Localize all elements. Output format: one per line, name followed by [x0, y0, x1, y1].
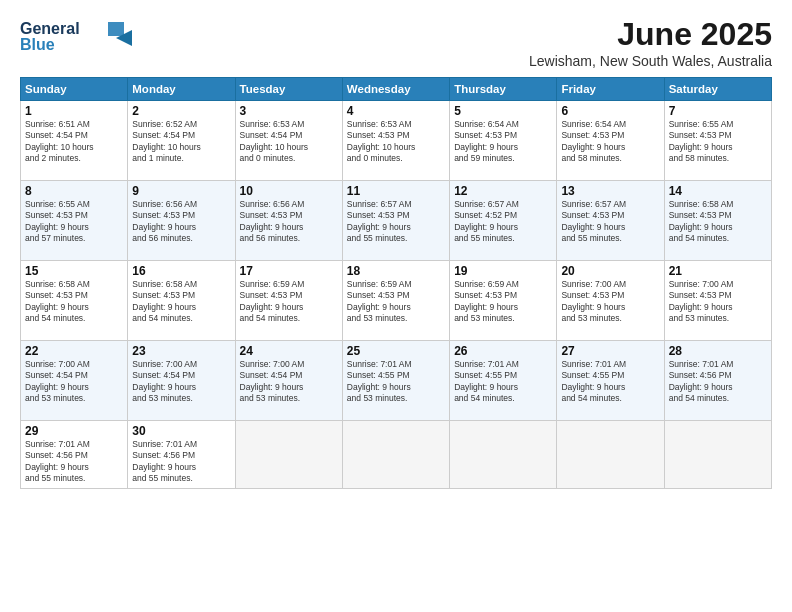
day-info: Sunrise: 6:54 AM Sunset: 4:53 PM Dayligh…: [454, 119, 552, 165]
day-info: Sunrise: 6:55 AM Sunset: 4:53 PM Dayligh…: [25, 199, 123, 245]
day-number: 11: [347, 184, 445, 198]
day-number: 5: [454, 104, 552, 118]
day-info: Sunrise: 6:59 AM Sunset: 4:53 PM Dayligh…: [240, 279, 338, 325]
day-info: Sunrise: 6:58 AM Sunset: 4:53 PM Dayligh…: [132, 279, 230, 325]
calendar-cell: 17Sunrise: 6:59 AM Sunset: 4:53 PM Dayli…: [235, 261, 342, 341]
calendar-cell: 22Sunrise: 7:00 AM Sunset: 4:54 PM Dayli…: [21, 341, 128, 421]
calendar-cell: [557, 421, 664, 489]
calendar-week-row: 29Sunrise: 7:01 AM Sunset: 4:56 PM Dayli…: [21, 421, 772, 489]
calendar-cell: 13Sunrise: 6:57 AM Sunset: 4:53 PM Dayli…: [557, 181, 664, 261]
day-number: 3: [240, 104, 338, 118]
calendar-cell: 9Sunrise: 6:56 AM Sunset: 4:53 PM Daylig…: [128, 181, 235, 261]
day-info: Sunrise: 7:01 AM Sunset: 4:56 PM Dayligh…: [25, 439, 123, 485]
calendar-cell: 1Sunrise: 6:51 AM Sunset: 4:54 PM Daylig…: [21, 101, 128, 181]
day-info: Sunrise: 6:54 AM Sunset: 4:53 PM Dayligh…: [561, 119, 659, 165]
calendar-cell: 19Sunrise: 6:59 AM Sunset: 4:53 PM Dayli…: [450, 261, 557, 341]
day-number: 24: [240, 344, 338, 358]
day-info: Sunrise: 6:59 AM Sunset: 4:53 PM Dayligh…: [454, 279, 552, 325]
calendar-cell: [450, 421, 557, 489]
month-title: June 2025: [529, 16, 772, 53]
day-number: 2: [132, 104, 230, 118]
day-number: 26: [454, 344, 552, 358]
day-number: 20: [561, 264, 659, 278]
calendar-cell: 21Sunrise: 7:00 AM Sunset: 4:53 PM Dayli…: [664, 261, 771, 341]
calendar-cell: 7Sunrise: 6:55 AM Sunset: 4:53 PM Daylig…: [664, 101, 771, 181]
calendar-cell: 4Sunrise: 6:53 AM Sunset: 4:53 PM Daylig…: [342, 101, 449, 181]
calendar-cell: 23Sunrise: 7:00 AM Sunset: 4:54 PM Dayli…: [128, 341, 235, 421]
day-info: Sunrise: 6:53 AM Sunset: 4:53 PM Dayligh…: [347, 119, 445, 165]
day-number: 9: [132, 184, 230, 198]
day-info: Sunrise: 7:00 AM Sunset: 4:54 PM Dayligh…: [132, 359, 230, 405]
day-info: Sunrise: 6:51 AM Sunset: 4:54 PM Dayligh…: [25, 119, 123, 165]
day-info: Sunrise: 7:00 AM Sunset: 4:54 PM Dayligh…: [25, 359, 123, 405]
day-number: 8: [25, 184, 123, 198]
col-header-thursday: Thursday: [450, 78, 557, 101]
calendar-cell: 29Sunrise: 7:01 AM Sunset: 4:56 PM Dayli…: [21, 421, 128, 489]
calendar-cell: 2Sunrise: 6:52 AM Sunset: 4:54 PM Daylig…: [128, 101, 235, 181]
col-header-sunday: Sunday: [21, 78, 128, 101]
calendar-cell: 3Sunrise: 6:53 AM Sunset: 4:54 PM Daylig…: [235, 101, 342, 181]
col-header-wednesday: Wednesday: [342, 78, 449, 101]
svg-text:Blue: Blue: [20, 36, 55, 53]
title-block: June 2025 Lewisham, New South Wales, Aus…: [529, 16, 772, 69]
day-info: Sunrise: 7:00 AM Sunset: 4:53 PM Dayligh…: [669, 279, 767, 325]
logo-text-block: General Blue: [20, 16, 140, 62]
day-info: Sunrise: 6:55 AM Sunset: 4:53 PM Dayligh…: [669, 119, 767, 165]
day-number: 23: [132, 344, 230, 358]
day-info: Sunrise: 7:01 AM Sunset: 4:56 PM Dayligh…: [669, 359, 767, 405]
col-header-tuesday: Tuesday: [235, 78, 342, 101]
day-info: Sunrise: 6:57 AM Sunset: 4:53 PM Dayligh…: [347, 199, 445, 245]
calendar-cell: 16Sunrise: 6:58 AM Sunset: 4:53 PM Dayli…: [128, 261, 235, 341]
day-info: Sunrise: 7:01 AM Sunset: 4:55 PM Dayligh…: [561, 359, 659, 405]
col-header-friday: Friday: [557, 78, 664, 101]
day-number: 1: [25, 104, 123, 118]
logo: General Blue: [20, 16, 140, 62]
location-title: Lewisham, New South Wales, Australia: [529, 53, 772, 69]
day-number: 27: [561, 344, 659, 358]
day-number: 16: [132, 264, 230, 278]
calendar-header-row: SundayMondayTuesdayWednesdayThursdayFrid…: [21, 78, 772, 101]
day-number: 14: [669, 184, 767, 198]
day-info: Sunrise: 7:01 AM Sunset: 4:55 PM Dayligh…: [454, 359, 552, 405]
calendar-cell: 25Sunrise: 7:01 AM Sunset: 4:55 PM Dayli…: [342, 341, 449, 421]
calendar-cell: 24Sunrise: 7:00 AM Sunset: 4:54 PM Dayli…: [235, 341, 342, 421]
day-info: Sunrise: 6:53 AM Sunset: 4:54 PM Dayligh…: [240, 119, 338, 165]
day-info: Sunrise: 6:56 AM Sunset: 4:53 PM Dayligh…: [132, 199, 230, 245]
day-info: Sunrise: 6:57 AM Sunset: 4:52 PM Dayligh…: [454, 199, 552, 245]
day-number: 28: [669, 344, 767, 358]
day-number: 17: [240, 264, 338, 278]
day-info: Sunrise: 7:01 AM Sunset: 4:55 PM Dayligh…: [347, 359, 445, 405]
calendar-week-row: 1Sunrise: 6:51 AM Sunset: 4:54 PM Daylig…: [21, 101, 772, 181]
day-number: 13: [561, 184, 659, 198]
calendar-cell: 20Sunrise: 7:00 AM Sunset: 4:53 PM Dayli…: [557, 261, 664, 341]
day-info: Sunrise: 6:58 AM Sunset: 4:53 PM Dayligh…: [25, 279, 123, 325]
day-number: 7: [669, 104, 767, 118]
svg-marker-2: [108, 22, 124, 36]
logo-svg: General Blue: [20, 16, 140, 58]
calendar-cell: 12Sunrise: 6:57 AM Sunset: 4:52 PM Dayli…: [450, 181, 557, 261]
calendar-cell: 26Sunrise: 7:01 AM Sunset: 4:55 PM Dayli…: [450, 341, 557, 421]
col-header-saturday: Saturday: [664, 78, 771, 101]
calendar-week-row: 22Sunrise: 7:00 AM Sunset: 4:54 PM Dayli…: [21, 341, 772, 421]
day-number: 19: [454, 264, 552, 278]
calendar-cell: 11Sunrise: 6:57 AM Sunset: 4:53 PM Dayli…: [342, 181, 449, 261]
day-info: Sunrise: 7:01 AM Sunset: 4:56 PM Dayligh…: [132, 439, 230, 485]
calendar-week-row: 15Sunrise: 6:58 AM Sunset: 4:53 PM Dayli…: [21, 261, 772, 341]
day-info: Sunrise: 6:56 AM Sunset: 4:53 PM Dayligh…: [240, 199, 338, 245]
calendar-cell: 28Sunrise: 7:01 AM Sunset: 4:56 PM Dayli…: [664, 341, 771, 421]
day-info: Sunrise: 6:52 AM Sunset: 4:54 PM Dayligh…: [132, 119, 230, 165]
day-number: 30: [132, 424, 230, 438]
day-number: 15: [25, 264, 123, 278]
day-info: Sunrise: 7:00 AM Sunset: 4:53 PM Dayligh…: [561, 279, 659, 325]
calendar-week-row: 8Sunrise: 6:55 AM Sunset: 4:53 PM Daylig…: [21, 181, 772, 261]
day-number: 22: [25, 344, 123, 358]
calendar-cell: 15Sunrise: 6:58 AM Sunset: 4:53 PM Dayli…: [21, 261, 128, 341]
svg-text:General: General: [20, 20, 80, 37]
calendar-cell: 5Sunrise: 6:54 AM Sunset: 4:53 PM Daylig…: [450, 101, 557, 181]
calendar-cell: 18Sunrise: 6:59 AM Sunset: 4:53 PM Dayli…: [342, 261, 449, 341]
calendar-table: SundayMondayTuesdayWednesdayThursdayFrid…: [20, 77, 772, 489]
day-number: 12: [454, 184, 552, 198]
calendar-cell: [342, 421, 449, 489]
day-number: 6: [561, 104, 659, 118]
col-header-monday: Monday: [128, 78, 235, 101]
